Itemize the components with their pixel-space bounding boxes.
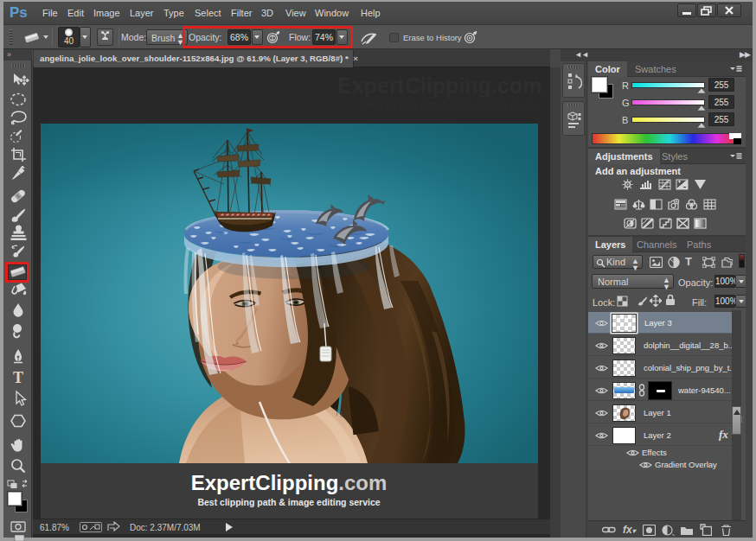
svg-text:ExpertClipping.com: ExpertClipping.com	[191, 471, 388, 494]
svg-text:T: T	[13, 369, 23, 386]
svg-text:Best clipping path & image edi: Best clipping path & image editing servi…	[197, 497, 380, 507]
